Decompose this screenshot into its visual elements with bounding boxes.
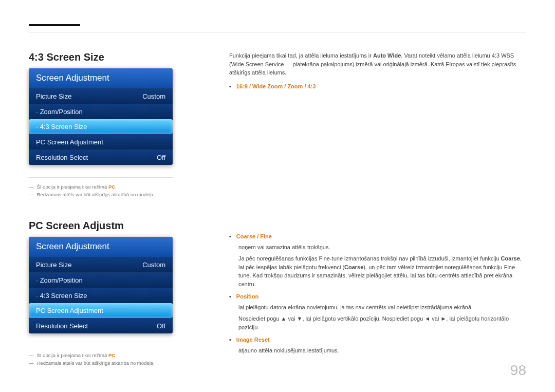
bold-coarse-1: Coarse bbox=[501, 255, 520, 262]
menu-header-2: Screen Adjustment bbox=[29, 237, 173, 257]
menu-label: Picture Size bbox=[36, 92, 71, 100]
menu-row-pc-screen-adj-selected[interactable]: PC Screen Adjustment bbox=[29, 303, 173, 318]
menu-row-zoom-position[interactable]: ·Zoom/Position bbox=[29, 104, 173, 119]
menu-label: PC Screen Adjustment bbox=[36, 307, 103, 314]
menu-row-pc-screen-adj[interactable]: PC Screen Adjustment bbox=[29, 134, 173, 150]
page-number: 98 bbox=[510, 362, 526, 379]
bullet-image-reset: •Image Reset bbox=[229, 335, 526, 344]
menu-value: Off bbox=[157, 322, 165, 330]
bold-auto-wide: Auto Wide bbox=[373, 52, 401, 59]
footnote-3: ―Šī opcija ir pieejama tikai režīmā PC. bbox=[29, 352, 198, 358]
description-para-1: Funkcija pieejama tikai tad, ja attēla l… bbox=[229, 51, 526, 77]
menu-value: Custom bbox=[142, 92, 165, 100]
menu-screen-adjustment-1: Screen Adjustment Picture Size Custom ·Z… bbox=[29, 68, 173, 165]
section-title-pc: PC Screen Adjustm bbox=[29, 220, 198, 232]
left-column: 4:3 Screen Size Screen Adjustment Pictur… bbox=[29, 29, 198, 368]
bullet-aspect-options: •16:9 / Wide Zoom / Zoom / 4:3 bbox=[229, 82, 526, 91]
section-title-43: 4:3 Screen Size bbox=[29, 51, 198, 63]
separator bbox=[29, 177, 173, 178]
menu-row-picture-size-2[interactable]: Picture Size Custom bbox=[29, 257, 173, 272]
menu-label: Zoom/Position bbox=[40, 276, 83, 284]
menu-row-zoom-position-2[interactable]: ·Zoom/Position bbox=[29, 272, 173, 288]
menu-label: Resolution Select bbox=[36, 322, 88, 330]
right-section-1: Funkcija pieejama tikai tad, ja attēla l… bbox=[229, 51, 526, 90]
menu-label: 4:3 Screen Size bbox=[40, 123, 87, 130]
menu-label: Resolution Select bbox=[36, 154, 88, 161]
footnote-4: ―Redzamais attēls var būt atšķirīgs atka… bbox=[29, 360, 198, 366]
menu-label: Picture Size bbox=[36, 261, 71, 269]
right-column: Funkcija pieejama tikai tad, ja attēla l… bbox=[198, 29, 526, 368]
coarse-fine-desc-1: noņem vai samazina attēla trokšņus. bbox=[238, 243, 526, 252]
menu-label: PC Screen Adjustment bbox=[36, 138, 103, 146]
position-desc-1: lai pielāgotu datora ekrāna novietojumu,… bbox=[238, 303, 526, 312]
header-thin-rule bbox=[29, 32, 526, 32]
menu-label: Zoom/Position bbox=[40, 108, 83, 116]
menu-row-picture-size[interactable]: Picture Size Custom bbox=[29, 88, 173, 104]
menu-row-43-screen-size-selected[interactable]: ·4:3 Screen Size bbox=[29, 119, 173, 134]
bold-coarse-2: Coarse bbox=[344, 264, 363, 270]
menu-row-resolution-select[interactable]: Resolution Select Off bbox=[29, 150, 173, 165]
right-section-2: •Coarse / Fine noņem vai samazina attēla… bbox=[229, 232, 526, 354]
coarse-fine-desc-2: Ja pēc noregulēšanas funkcijas Fine-tune… bbox=[238, 254, 526, 288]
bullet-coarse-fine: •Coarse / Fine bbox=[229, 232, 526, 241]
separator-2 bbox=[29, 346, 173, 346]
image-reset-desc: atjauno attēla noklusējuma iestatījumus. bbox=[238, 346, 526, 355]
menu-value: Off bbox=[157, 154, 165, 161]
menu-screen-adjustment-2: Screen Adjustment Picture Size Custom ·Z… bbox=[29, 237, 173, 333]
footnote-1: ―Šī opcija ir pieejama tikai režīmā PC. bbox=[29, 184, 198, 190]
menu-value: Custom bbox=[142, 261, 165, 269]
menu-header-1: Screen Adjustment bbox=[29, 68, 173, 88]
menu-row-43-screen-size-2[interactable]: ·4:3 Screen Size bbox=[29, 288, 173, 303]
position-desc-2: Nospiediet pogu ▲ vai ▼, lai pielāgotu v… bbox=[238, 314, 526, 331]
footnote-2: ―Redzamais attēls var būt atšķirīgs atka… bbox=[29, 192, 198, 197]
menu-label: 4:3 Screen Size bbox=[40, 292, 87, 300]
menu-row-resolution-select-2[interactable]: Resolution Select Off bbox=[29, 318, 173, 333]
bullet-position: •Position bbox=[229, 292, 526, 301]
header-thick-rule bbox=[29, 24, 80, 26]
